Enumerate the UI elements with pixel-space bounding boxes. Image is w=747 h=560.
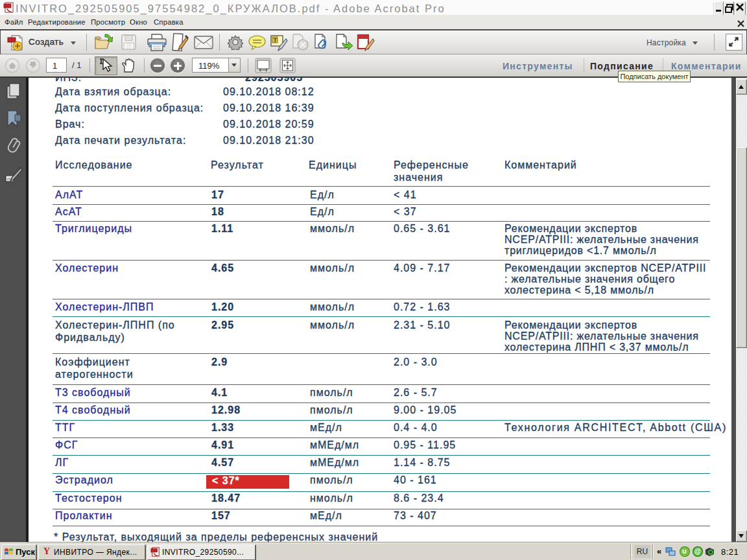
- svg-text:_____: _____: [359, 36, 368, 40]
- svg-text:T: T: [274, 37, 278, 43]
